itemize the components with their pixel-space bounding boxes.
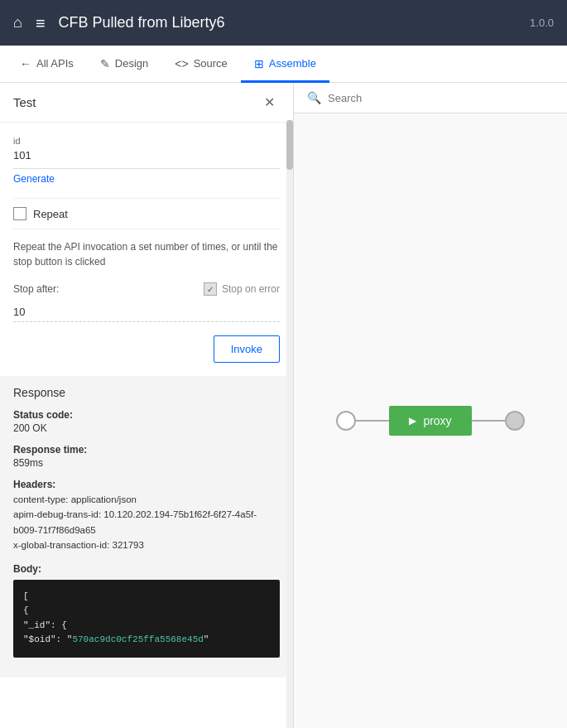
flow-line-1: [356, 420, 389, 422]
design-icon: ✎: [100, 57, 110, 70]
search-toolbar: 🔍: [294, 83, 567, 113]
home-icon[interactable]: ⌂: [13, 14, 22, 31]
headers-content: content-type: application/jsonapim-debug…: [13, 492, 280, 553]
body-field: Body: [ { "_id": { "$oid": "570ac9dc0cf2…: [13, 563, 280, 658]
panel-title: Test: [13, 95, 36, 109]
tab-design-label: Design: [115, 57, 148, 70]
tab-source-label: Source: [194, 57, 228, 70]
close-button[interactable]: ✕: [259, 93, 280, 112]
pipeline-flow: ▶ proxy: [336, 406, 524, 436]
menu-icon[interactable]: ≡: [36, 15, 46, 31]
stop-after-input[interactable]: [13, 302, 280, 322]
id-label: id: [13, 136, 280, 146]
right-panel: 🔍 ▶ proxy: [294, 83, 567, 728]
invoke-btn-row: Invoke: [13, 335, 280, 363]
tab-design[interactable]: ✎ Design: [87, 46, 161, 83]
body-label: Body:: [13, 563, 280, 575]
tab-assemble[interactable]: ⊞ Assemble: [241, 46, 329, 83]
response-time-field: Response time: 859ms: [13, 444, 280, 469]
repeat-description: Repeat the API invocation a set number o…: [13, 239, 280, 269]
stop-on-error-checkbox[interactable]: [204, 282, 217, 296]
proxy-label: proxy: [423, 414, 451, 427]
body-code: [ { "_id": { "$oid": "570ac9dc0cf25ffa55…: [13, 580, 280, 658]
stop-on-error-label: Stop on error: [222, 283, 280, 295]
search-input[interactable]: [328, 92, 554, 104]
play-icon: ▶: [409, 415, 416, 427]
app-title: CFB Pulled from Liberty6: [59, 14, 517, 31]
top-bar: ⌂ ≡ CFB Pulled from Liberty6 1.0.0: [0, 0, 567, 46]
response-time-value: 859ms: [13, 457, 280, 469]
status-code-field: Status code: 200 OK: [13, 409, 280, 434]
back-icon: ←: [20, 57, 31, 70]
generate-link[interactable]: Generate: [13, 173, 55, 185]
response-time-label: Response time:: [13, 444, 280, 456]
tab-bar: ← All APIs ✎ Design <> Source ⊞ Assemble: [0, 46, 567, 83]
headers-label: Headers:: [13, 479, 280, 490]
app-version: 1.0.0: [530, 17, 554, 29]
scroll-track[interactable]: [286, 120, 293, 728]
repeat-checkbox[interactable]: [13, 207, 26, 220]
response-title: Response: [13, 386, 280, 399]
stop-after-label: Stop after:: [13, 283, 59, 295]
flow-start-circle: [336, 411, 356, 431]
search-icon: 🔍: [307, 91, 321, 104]
headers-field: Headers: content-type: application/jsona…: [13, 479, 280, 553]
panel-body: id 101 Generate Repeat Repeat the API in…: [0, 123, 293, 728]
flow-line-2: [472, 420, 505, 422]
panel-header: Test ✕: [0, 83, 293, 123]
assembly-canvas: ▶ proxy: [294, 113, 567, 728]
id-value: 101: [13, 149, 280, 169]
left-panel: Test ✕ id 101 Generate Repeat Repeat the…: [0, 83, 294, 728]
repeat-label: Repeat: [33, 208, 68, 220]
assemble-icon: ⊞: [254, 57, 264, 70]
tab-assemble-label: Assemble: [269, 57, 316, 70]
scroll-thumb: [286, 120, 293, 170]
status-code-label: Status code:: [13, 409, 280, 421]
main-content: Test ✕ id 101 Generate Repeat Repeat the…: [0, 83, 567, 728]
repeat-row: Repeat: [13, 198, 280, 229]
tab-all-apis[interactable]: ← All APIs: [7, 46, 87, 83]
tab-source[interactable]: <> Source: [161, 46, 241, 83]
stop-on-error-row: Stop on error: [204, 282, 280, 296]
invoke-button[interactable]: Invoke: [214, 335, 280, 363]
source-icon: <>: [175, 57, 188, 70]
status-code-value: 200 OK: [13, 422, 280, 434]
flow-end-circle: [505, 411, 525, 431]
flow-proxy-block[interactable]: ▶ proxy: [389, 406, 471, 436]
tab-all-apis-label: All APIs: [36, 57, 74, 70]
response-section: Response Status code: 200 OK Response ti…: [0, 376, 293, 677]
stop-after-row: Stop after: Stop on error: [13, 282, 280, 296]
